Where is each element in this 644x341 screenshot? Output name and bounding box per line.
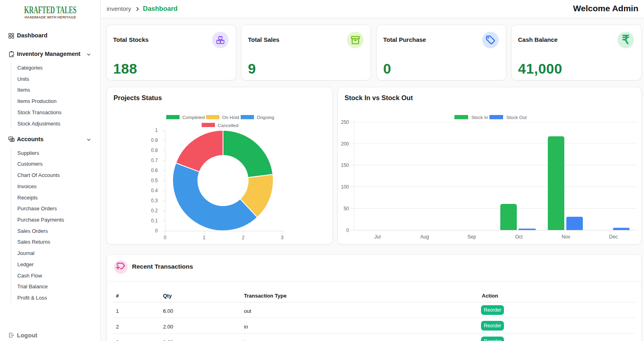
svg-text:Oct: Oct xyxy=(515,234,523,240)
svg-text:100: 100 xyxy=(341,184,349,190)
svg-text:0: 0 xyxy=(155,228,158,234)
svg-text:3: 3 xyxy=(281,235,284,240)
svg-text:150: 150 xyxy=(341,162,349,168)
svg-text:250: 250 xyxy=(341,119,349,125)
svg-text:Dec: Dec xyxy=(609,234,617,240)
svg-text:0.8: 0.8 xyxy=(151,148,158,153)
svg-text:Stock In: Stock In xyxy=(471,115,488,120)
svg-text:Nov: Nov xyxy=(561,234,570,240)
svg-text:0.9: 0.9 xyxy=(151,138,158,143)
svg-text:1: 1 xyxy=(203,235,206,240)
svg-text:Jul: Jul xyxy=(374,234,380,240)
svg-text:0: 0 xyxy=(346,228,349,233)
svg-text:HANDMADE WITH HERITAGE: HANDMADE WITH HERITAGE xyxy=(25,15,76,19)
svg-text:0.4: 0.4 xyxy=(151,188,158,193)
svg-text:0.1: 0.1 xyxy=(151,218,158,224)
svg-text:On Hold: On Hold xyxy=(222,115,239,120)
svg-text:0.5: 0.5 xyxy=(151,178,158,183)
svg-text:KRAFTED TALES: KRAFTED TALES xyxy=(24,4,76,15)
svg-text:0.6: 0.6 xyxy=(151,168,158,173)
svg-text:Sep: Sep xyxy=(467,234,476,240)
svg-text:Aug: Aug xyxy=(420,234,429,240)
svg-text:0.7: 0.7 xyxy=(151,158,158,163)
svg-text:0: 0 xyxy=(164,235,167,240)
svg-text:Stock Out: Stock Out xyxy=(506,115,527,120)
svg-text:Completed: Completed xyxy=(182,115,205,120)
svg-text:0.3: 0.3 xyxy=(151,198,158,203)
svg-text:1: 1 xyxy=(155,127,158,133)
svg-text:Ongoing: Ongoing xyxy=(257,115,274,120)
svg-text:50: 50 xyxy=(344,206,349,212)
svg-text:0.2: 0.2 xyxy=(151,208,158,214)
svg-text:200: 200 xyxy=(341,141,349,147)
svg-text:2: 2 xyxy=(242,235,245,240)
svg-text:Cancelled: Cancelled xyxy=(218,123,238,128)
